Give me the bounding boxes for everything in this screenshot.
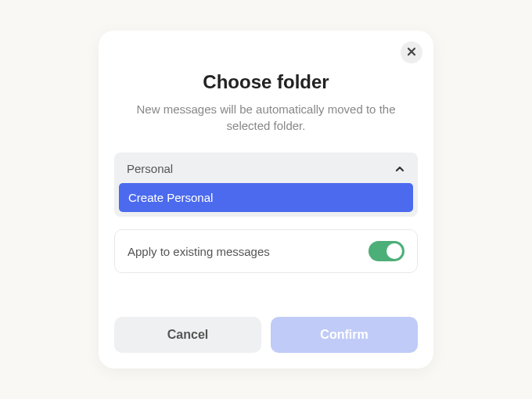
close-button[interactable]	[401, 41, 422, 63]
apply-existing-label: Apply to existing messages	[128, 245, 270, 258]
folder-select-header[interactable]: Personal	[119, 157, 413, 183]
modal-subtitle: New messages will be automatically moved…	[114, 101, 418, 134]
chevron-up-icon	[394, 164, 405, 174]
button-row: Cancel Confirm	[114, 317, 418, 353]
apply-existing-toggle[interactable]	[368, 241, 404, 261]
folder-select-value: Personal	[127, 162, 173, 175]
folder-select[interactable]: Personal Create Personal	[114, 153, 418, 217]
toggle-knob	[386, 243, 402, 259]
apply-existing-row: Apply to existing messages	[114, 229, 418, 273]
close-icon	[407, 45, 416, 59]
folder-select-option-create[interactable]: Create Personal	[119, 183, 413, 212]
confirm-button[interactable]: Confirm	[271, 317, 418, 353]
modal-title: Choose folder	[114, 71, 418, 93]
choose-folder-modal: Choose folder New messages will be autom…	[99, 31, 433, 368]
cancel-button[interactable]: Cancel	[114, 317, 261, 353]
